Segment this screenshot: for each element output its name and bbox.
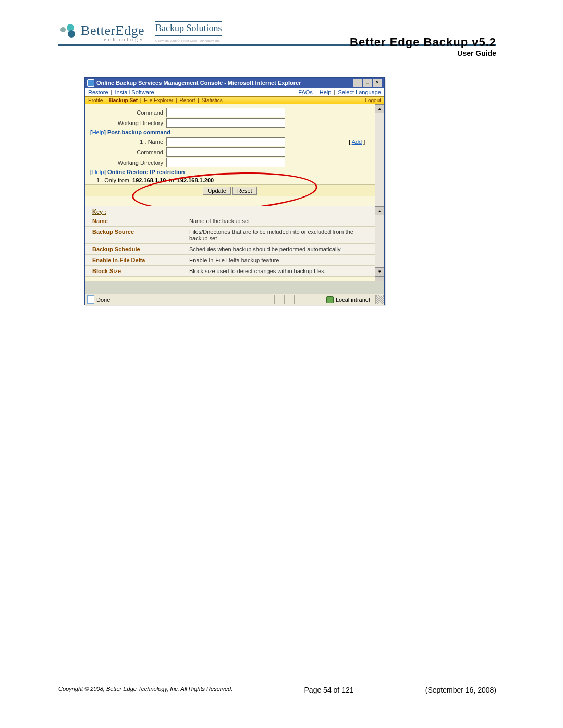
page-header: BetterEdge technology Backup Solutions C… — [58, 21, 496, 46]
logo-dots-icon — [58, 23, 79, 39]
command-label: Command — [85, 107, 166, 118]
tab-statistics[interactable]: Statistics — [202, 97, 223, 103]
window-titlebar: Online Backup Services Management Consol… — [85, 78, 384, 88]
ie-icon — [87, 79, 94, 87]
key-row: Enable In-File Delta Enable In-File Delt… — [85, 255, 375, 266]
key-row: Name Name of the backup set — [85, 216, 375, 227]
install-software-link[interactable]: Install Software — [115, 89, 154, 95]
name-row-prefix: 1 . — [140, 139, 146, 145]
status-pane — [274, 295, 284, 304]
scroll-up-button[interactable]: ▴ — [375, 104, 384, 114]
tab-backup-set[interactable]: Backup Set — [109, 97, 138, 103]
browser-window: Online Backup Services Management Consol… — [84, 77, 385, 305]
command2-label: Command — [85, 147, 166, 157]
working-dir2-label: Working Directory — [85, 157, 166, 168]
post-backup-header: [Help] Post-backup command — [85, 128, 375, 137]
status-pane — [304, 295, 314, 304]
name-row-label: Name — [148, 139, 163, 145]
key-row: Block Size Block size used to detect cha… — [85, 266, 375, 277]
tab-profile[interactable]: Profile — [88, 97, 103, 103]
key-scrollbar-track[interactable] — [375, 215, 384, 268]
minimize-button[interactable]: _ — [353, 79, 362, 87]
nav-tabbar: Profile | Backup Set | File Explorer | R… — [85, 96, 384, 104]
logout-link[interactable]: Logout — [365, 97, 381, 103]
key-row: Backup Source Files/Directories that are… — [85, 227, 375, 244]
ip-row-prefix: 1 . Only from — [96, 177, 129, 183]
backup-solutions-title: Backup Solutions — [155, 21, 222, 36]
logo: BetterEdge technology — [58, 23, 144, 44]
doc-title: Better Edge Backup v5.2 — [350, 35, 496, 49]
ip-restriction-header: [Help] Online Restore IP restriction — [85, 168, 375, 176]
footer-copyright: Copyright © 2008, Better Edge Technology… — [58, 686, 232, 692]
window-title: Online Backup Services Management Consol… — [96, 80, 301, 86]
add-link[interactable]: Add — [352, 139, 362, 145]
footer-date: (September 16, 2008) — [425, 686, 496, 694]
reset-button[interactable]: Reset — [232, 187, 257, 195]
status-text: Done — [96, 297, 110, 303]
key-header: Key : — [85, 206, 384, 216]
status-pane — [294, 295, 304, 304]
help-link[interactable]: Help — [320, 89, 332, 95]
ip-from-value: 192.168.1.10 — [132, 177, 166, 183]
key-row: Backup Schedule Schedules when backup sh… — [85, 244, 375, 255]
status-pane — [314, 295, 324, 304]
working-dir2-input[interactable] — [166, 158, 285, 167]
close-button[interactable]: × — [373, 79, 382, 87]
ip-restriction-help-link[interactable]: Help — [92, 169, 104, 175]
resize-grip-icon[interactable] — [375, 295, 384, 304]
restore-link[interactable]: Restore — [88, 89, 108, 95]
tab-report[interactable]: Report — [179, 97, 195, 103]
content-background — [85, 281, 384, 294]
security-zone-text: Local intranet — [336, 297, 370, 303]
key-scroll-up[interactable]: ▴ — [375, 206, 384, 216]
ip-to-word: to — [169, 177, 174, 183]
status-pane — [284, 295, 294, 304]
ip-to-value: 192.168.1.200 — [177, 177, 214, 183]
command2-input[interactable] — [166, 147, 285, 157]
name-input[interactable] — [166, 137, 285, 146]
backup-solutions-sub: Copyright 2008 © Better Edge Technology,… — [155, 39, 222, 42]
command-input[interactable] — [166, 108, 285, 117]
maximize-button[interactable]: □ — [363, 79, 372, 87]
working-dir-label: Working Directory — [85, 118, 166, 128]
select-language-link[interactable]: Select Language — [338, 89, 381, 95]
footer-rule — [58, 683, 496, 683]
security-zone-icon — [326, 296, 334, 303]
document-icon — [87, 295, 94, 304]
doc-subtitle: User Guide — [350, 49, 496, 57]
tab-file-explorer[interactable]: File Explorer — [144, 97, 173, 103]
status-bar: Done Local intranet — [85, 294, 384, 305]
update-button[interactable]: Update — [203, 187, 230, 195]
key-scroll-down[interactable]: ▾ — [375, 267, 384, 277]
logo-main: BetterEdge — [81, 23, 144, 38]
post-backup-help-link[interactable]: Help — [92, 129, 104, 135]
page-footer: Copyright © 2008, Better Edge Technology… — [58, 686, 496, 694]
top-linkbar: Restore | Install Software FAQs | Help |… — [85, 88, 384, 96]
faqs-link[interactable]: FAQs — [298, 89, 313, 95]
working-dir-input[interactable] — [166, 118, 285, 128]
